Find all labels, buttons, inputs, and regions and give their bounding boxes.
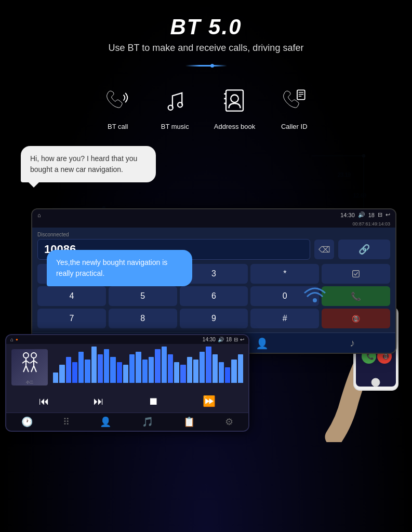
mac-address: 00:87:61:49:14:03	[32, 220, 395, 228]
dot-divider	[0, 65, 412, 66]
svg-point-15	[231, 95, 238, 102]
feature-bt-music: BT music	[157, 82, 193, 130]
next-button[interactable]: ⏭	[94, 395, 104, 407]
svg-line-29	[23, 366, 26, 372]
svg-line-33	[30, 361, 34, 363]
speech-bubble-received: Hi, how are you? I heard that you bought…	[21, 146, 156, 182]
music-tab-note[interactable]: 🎵	[142, 416, 153, 428]
music-tab-recent[interactable]: 🕐	[21, 416, 33, 428]
stop-button[interactable]: ⏹	[148, 395, 158, 407]
music-player: ⌂ ● 14:30 🔊 18 ⊟ ↩	[5, 334, 249, 432]
equalizer	[53, 352, 243, 383]
svg-rect-23	[353, 271, 360, 277]
music-main-area: 小二	[6, 344, 248, 391]
dial-0[interactable]: 0	[250, 286, 319, 306]
features-row: BT call BT music	[0, 77, 412, 141]
dial-star[interactable]: *	[250, 264, 319, 284]
speech-bubble-sent: Yes,the newly bought navigation is reall…	[47, 250, 192, 286]
music-controls: ⏮ ⏭ ⏹ ⏩	[6, 391, 248, 413]
music-tab-book[interactable]: 📋	[183, 416, 195, 428]
disconnected-status: Disconnected	[37, 232, 390, 237]
music-screen-icon: ⊟	[234, 337, 238, 342]
svg-point-31	[31, 353, 36, 358]
feature-address-book: Address book	[214, 82, 256, 130]
svg-line-28	[26, 361, 30, 363]
dial-4[interactable]: 4	[37, 286, 106, 306]
svg-line-27	[22, 361, 26, 363]
svg-line-36	[34, 366, 36, 372]
bt-music-icon	[157, 82, 193, 118]
tab-music-note[interactable]: ♪	[350, 337, 355, 350]
address-book-icon	[217, 82, 253, 118]
music-battery: 18	[226, 337, 232, 342]
forward-button[interactable]: ⏩	[203, 395, 216, 407]
dial-9[interactable]: 9	[180, 309, 248, 328]
caller-id-label: Caller ID	[281, 123, 308, 130]
music-bottom-tabs: 🕐 ⠿ 👤 🎵 📋 ⚙	[6, 413, 248, 431]
link-button[interactable]: 🔗	[338, 240, 390, 259]
status-battery: 18	[368, 212, 375, 218]
music-tab-person[interactable]: 👤	[100, 416, 111, 428]
svg-line-34	[34, 361, 37, 363]
dial-7[interactable]: 7	[37, 309, 106, 328]
feature-bt-call: BT call	[100, 82, 136, 130]
page-subtitle: Use BT to make and receive calls, drivin…	[10, 43, 402, 54]
svg-rect-19	[297, 90, 305, 99]
prev-button[interactable]: ⏮	[39, 395, 49, 407]
music-status-bar: ⌂ ● 14:30 🔊 18 ⊟ ↩	[6, 335, 248, 344]
music-back-icon: ↩	[240, 337, 244, 342]
bt-music-label: BT music	[161, 123, 189, 130]
unit-status-bar: ⌂ 14:30 🔊 18 ⊟ ↩	[32, 209, 395, 220]
svg-line-35	[31, 366, 34, 372]
home-status-icon: ⌂	[37, 212, 41, 218]
caller-id-icon	[276, 82, 312, 118]
music-home-icon: ⌂	[10, 337, 14, 342]
bt-call-label: BT call	[108, 123, 128, 130]
svg-point-55	[371, 378, 380, 387]
album-art: 小二	[11, 349, 48, 385]
call-button[interactable]: 📞	[322, 286, 390, 306]
page-title: BT 5.0	[10, 15, 402, 39]
music-tab-settings[interactable]: ⚙	[225, 416, 233, 428]
bt-call-icon	[100, 82, 136, 118]
svg-point-25	[23, 353, 29, 358]
status-back-arrow: ↩	[386, 211, 390, 218]
status-screen-icon: ⊟	[378, 211, 382, 218]
dial-8[interactable]: 8	[109, 309, 177, 328]
dial-5[interactable]: 5	[109, 286, 177, 306]
music-dot: ●	[16, 337, 18, 342]
dial-6[interactable]: 6	[180, 286, 248, 306]
tab-contacts[interactable]: 👤	[256, 337, 269, 350]
end-call-button[interactable]: 📵	[322, 309, 390, 328]
backspace-button[interactable]: ⌫	[314, 240, 334, 259]
music-time: 14:30	[203, 337, 216, 342]
status-volume: 🔊	[358, 211, 365, 218]
address-book-label: Address book	[214, 123, 256, 130]
feature-caller-id: Caller ID	[276, 82, 312, 130]
svg-line-30	[26, 366, 29, 372]
status-time: 14:30	[340, 212, 355, 218]
music-tab-grid[interactable]: ⠿	[63, 416, 70, 428]
dial-hash[interactable]: #	[250, 309, 319, 328]
save-contact-btn[interactable]	[322, 264, 390, 284]
music-volume-icon: 🔊	[218, 337, 224, 342]
